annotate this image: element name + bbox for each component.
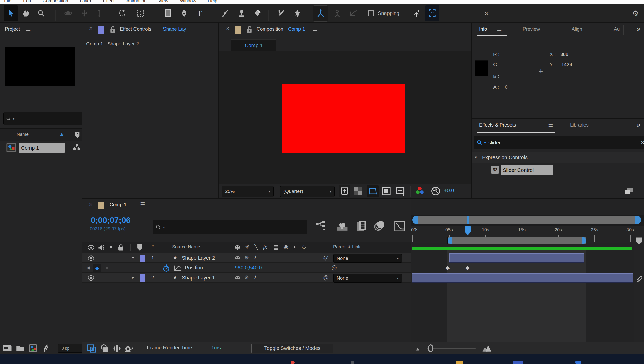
project-search-input[interactable] xyxy=(17,116,82,121)
keyframe-toggle-box[interactable]: ◆ xyxy=(93,264,101,272)
menu-effect[interactable]: Effect xyxy=(103,0,115,4)
expand-render-time-icon[interactable] xyxy=(124,344,133,353)
clone-stamp-tool[interactable] xyxy=(234,5,249,21)
exposure-value[interactable]: +0.0 xyxy=(444,188,454,193)
panel-overflow-chevron[interactable]: » xyxy=(637,25,641,33)
view-axis-mode[interactable] xyxy=(346,5,361,21)
tab-libraries[interactable]: Libraries xyxy=(570,122,589,128)
composition-panel-menu-icon[interactable]: ☰ xyxy=(312,26,318,32)
delete-leaf-icon[interactable] xyxy=(43,344,50,352)
tab-info[interactable]: Info xyxy=(479,26,487,32)
tab-align[interactable]: Align xyxy=(572,26,582,32)
roto-brush-tool[interactable] xyxy=(274,5,288,21)
playhead-handle[interactable] xyxy=(465,226,471,232)
lock-column-icon[interactable] xyxy=(118,244,124,251)
local-axis-mode[interactable] xyxy=(313,5,328,22)
expand-layer-caret-icon[interactable]: ▸ xyxy=(132,275,134,280)
viewer-canvas[interactable] xyxy=(219,51,471,184)
expand-layer-switches-icon[interactable] xyxy=(87,344,96,353)
layer-row-2[interactable]: ▸ 2 ★ Shape Layer 1 ☀ / @ None ▾ xyxy=(82,273,411,283)
unlock-icon[interactable] xyxy=(246,26,252,33)
close-panel-icon[interactable]: × xyxy=(226,25,229,32)
timeline-scrollbar-track[interactable] xyxy=(411,215,644,226)
menu-edit[interactable]: Edit xyxy=(23,0,31,4)
project-search-box[interactable]: ▾ xyxy=(3,112,85,125)
transparency-grid-icon[interactable] xyxy=(354,187,363,195)
layer-visibility-eye-icon[interactable] xyxy=(88,275,94,281)
effect-row-slider-control[interactable]: 32 Slider Control xyxy=(472,164,644,176)
property-pickwhip-icon[interactable]: @ xyxy=(331,264,337,271)
layer-label-chip[interactable] xyxy=(140,255,145,262)
current-time-display[interactable]: 0;00;07;06 xyxy=(91,216,131,225)
layer-row-1[interactable]: ▾ 1 ★ Shape Layer 2 ☀ / @ None ▾ xyxy=(82,253,411,263)
choose-grid-guides-icon[interactable] xyxy=(396,187,405,196)
timeline-tab-label[interactable]: Comp 1 xyxy=(110,202,127,207)
parent-link-column-header[interactable]: Parent & Link xyxy=(333,244,361,250)
toggle-switches-modes-button[interactable]: Toggle Switches / Modes xyxy=(251,344,333,353)
timeline-zoom-slider-handle[interactable] xyxy=(428,344,433,352)
menu-file[interactable]: File xyxy=(4,0,11,4)
work-area-end-handle[interactable] xyxy=(582,237,586,244)
taskbar-app-hint[interactable] xyxy=(513,361,523,364)
panel-overflow-chevron[interactable]: » xyxy=(637,121,641,129)
parent-dropdown[interactable]: None ▾ xyxy=(333,254,402,263)
expand-transfer-controls-icon[interactable] xyxy=(100,344,109,353)
panel-corner-icon[interactable] xyxy=(624,187,634,195)
playhead-line[interactable] xyxy=(468,226,468,342)
clear-search-icon[interactable]: × xyxy=(641,139,644,146)
mini-flowchart-icon[interactable] xyxy=(316,221,327,231)
category-row-expression-controls[interactable]: ▾ Expression Controls xyxy=(472,152,644,163)
pan-camera-tool[interactable] xyxy=(77,5,92,21)
index-column-header[interactable]: # xyxy=(151,244,154,250)
video-eye-column-icon[interactable] xyxy=(88,245,94,250)
composition-tab-comp-name[interactable]: Comp 1 xyxy=(288,26,305,32)
effect-label-highlight[interactable]: Slider Control xyxy=(501,165,553,175)
layer-visibility-eye-icon[interactable] xyxy=(88,255,94,261)
taskbar-app-hint[interactable] xyxy=(291,361,295,364)
source-name-column-header[interactable]: Source Name xyxy=(172,244,200,250)
composition-tab-label[interactable]: Composition xyxy=(257,26,283,32)
layer-1-duration-bar[interactable] xyxy=(449,253,584,263)
dolly-camera-tool[interactable] xyxy=(92,5,106,21)
tab-preview[interactable]: Preview xyxy=(523,26,540,32)
layer-shy-icon[interactable] xyxy=(235,255,241,261)
layer-name[interactable]: Shape Layer 2 xyxy=(182,255,215,261)
effects-search-box[interactable]: ▾ × xyxy=(474,136,644,149)
snapping-checkbox[interactable] xyxy=(368,10,374,16)
toolbar-overflow-chevron[interactable]: » xyxy=(484,9,489,17)
project-panel-menu-icon[interactable]: ☰ xyxy=(26,26,31,32)
workspace-settings-gear-icon[interactable]: ⚙ xyxy=(632,9,638,18)
brush-tool[interactable] xyxy=(218,5,232,21)
effects-presets-menu-icon[interactable]: ☰ xyxy=(548,122,553,128)
label-column-icon[interactable] xyxy=(137,244,143,251)
menu-composition[interactable]: Composition xyxy=(43,0,68,4)
eraser-tool[interactable] xyxy=(250,5,264,21)
three-d-layer-column-icon[interactable]: ◇ xyxy=(302,244,306,250)
category-label[interactable]: Expression Controls xyxy=(482,155,528,160)
stopwatch-icon[interactable] xyxy=(163,264,170,272)
layer-2-duration-bar[interactable] xyxy=(412,273,633,283)
prev-keyframe-icon[interactable]: ◀ xyxy=(87,265,90,270)
layer-shy-icon[interactable] xyxy=(235,275,241,281)
shy-column-icon[interactable] xyxy=(234,244,241,250)
sort-ascending-icon[interactable]: ▲ xyxy=(59,131,64,137)
parent-pickwhip-icon[interactable]: @ xyxy=(323,255,329,261)
adjustment-layer-column-icon[interactable]: ◑ xyxy=(293,244,296,250)
property-value[interactable]: 960.0,540.0 xyxy=(235,265,262,271)
property-row-position[interactable]: ◀ ◆ ▶ Position 960.0,540.0 @ xyxy=(82,263,411,273)
layer-collapse-icon[interactable]: ☀ xyxy=(244,255,249,261)
menu-window[interactable]: Window xyxy=(180,0,196,4)
camera-region-tool[interactable] xyxy=(133,5,148,21)
close-panel-icon[interactable]: × xyxy=(89,201,93,208)
layer-collapse-icon[interactable]: ☀ xyxy=(244,274,249,281)
frame-blending-icon[interactable] xyxy=(356,220,367,232)
expand-layer-caret-icon[interactable]: ▾ xyxy=(132,255,134,260)
scrollbar-left-handle[interactable] xyxy=(412,216,418,224)
search-options-caret-icon[interactable]: ▾ xyxy=(13,117,15,121)
hand-tool[interactable] xyxy=(19,5,33,21)
new-composition-icon[interactable] xyxy=(29,344,37,353)
project-item-label-highlight[interactable]: Comp 1 xyxy=(19,143,65,153)
project-item-row[interactable]: Comp 1 xyxy=(0,141,82,154)
bit-depth-box[interactable]: 8 bp xyxy=(58,344,86,353)
parent-pickwhip-icon[interactable]: @ xyxy=(323,274,329,281)
